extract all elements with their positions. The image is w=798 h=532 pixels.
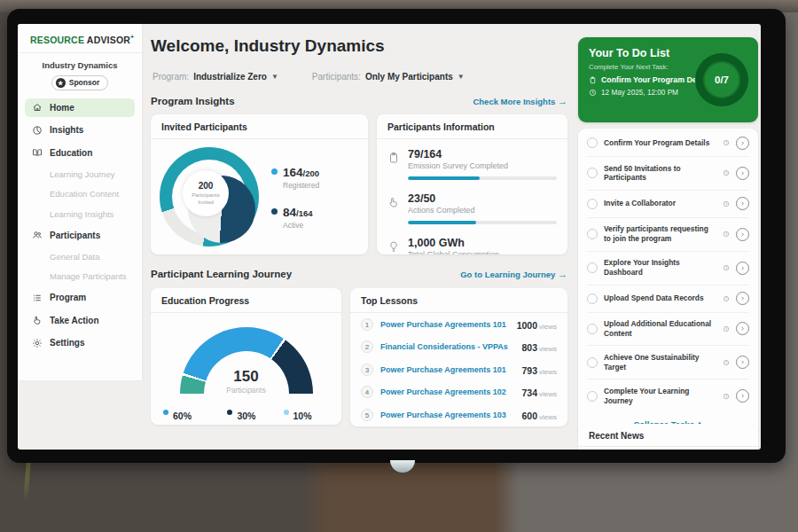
sidebar-item-general-data[interactable]: General Data <box>25 248 135 264</box>
task-checkbox[interactable] <box>587 357 598 368</box>
sidebar-item-education-content[interactable]: Education Content <box>25 186 135 202</box>
legend-dot <box>227 410 232 415</box>
donut-center-value: 200 <box>199 181 214 191</box>
home-icon <box>32 102 43 113</box>
card-title: Education Progress <box>151 288 341 313</box>
lesson-views: 803 <box>521 342 537 353</box>
lightbulb-icon <box>387 240 400 253</box>
plant-leaf <box>23 459 31 502</box>
clock-icon <box>723 169 730 176</box>
settings-icon <box>32 338 43 348</box>
task-row: Complete Your Learning Journey <box>587 379 749 412</box>
task-open-button[interactable] <box>736 167 749 180</box>
lesson-views: 793 <box>521 365 537 376</box>
lesson-link[interactable]: Power Purchase Agreements 101 <box>380 320 510 329</box>
sidebar-item-education[interactable]: Education <box>25 144 135 162</box>
task-label: Achieve One Sustainability Target <box>604 353 716 372</box>
go-to-learning-journey-link[interactable]: Go to Learning Journey → <box>460 269 567 279</box>
legend-value: 84 <box>283 206 296 219</box>
chevron-right-icon <box>739 231 746 238</box>
sidebar-item-take-action[interactable]: Take Action <box>25 311 135 330</box>
legend-pct: 10% <box>293 411 312 421</box>
task-open-button[interactable] <box>736 292 749 305</box>
task-label: Upload Spend Data Records <box>604 293 716 303</box>
task-label: Confirm Your Program Details <box>604 138 716 148</box>
task-open-button[interactable] <box>736 137 749 150</box>
program-icon <box>32 293 43 303</box>
task-label: Complete Your Learning Journey <box>604 387 716 406</box>
task-open-button[interactable] <box>736 262 749 275</box>
task-checkbox[interactable] <box>587 199 598 209</box>
lesson-views-label: views <box>539 323 557 331</box>
task-checkbox[interactable] <box>587 229 598 239</box>
todo-due-label: 12 May 2025, 12:00 PM <box>601 89 678 97</box>
info-value: 1,000 GWh <box>408 237 557 249</box>
lesson-rank: 3 <box>361 364 373 376</box>
sidebar-item-insights[interactable]: Insights <box>25 121 135 139</box>
progress-track <box>408 176 557 180</box>
link-label: Go to Learning Journey <box>460 270 555 279</box>
program-insights-header: Program Insights Check More Insights → <box>151 96 567 106</box>
section-title: Program Insights <box>151 96 235 106</box>
participants-filter[interactable]: Participants: Only My Participants ▼ <box>312 72 465 82</box>
task-checkbox[interactable] <box>587 293 598 304</box>
task-checkbox[interactable] <box>587 168 598 178</box>
info-row-actions: 23/50 Actions Completed <box>377 184 567 228</box>
sidebar-item-program[interactable]: Program <box>25 288 135 307</box>
task-open-button[interactable] <box>736 322 749 335</box>
task-row: Send 50 Invitations to Participants <box>587 157 749 191</box>
sidebar-item-learning-journey[interactable]: Learning Journey <box>25 166 135 182</box>
check-more-insights-link[interactable]: Check More Insights → <box>473 96 567 106</box>
sidebar-item-label: Settings <box>50 338 84 348</box>
sidebar-item-participants[interactable]: Participants <box>25 226 135 245</box>
legend-active: 84/164 Active <box>271 204 319 230</box>
lesson-link[interactable]: Power Purchase Agreements 102 <box>380 387 514 396</box>
lesson-rank: 4 <box>361 386 373 398</box>
donut-legend: 164/200 Registered 84/164 Active <box>271 164 319 230</box>
task-row: Invite a Collaborator <box>587 191 749 218</box>
progress-fill <box>408 221 476 224</box>
task-checkbox[interactable] <box>587 391 598 402</box>
program-filter[interactable]: Program: Industrialize Zero ▼ <box>153 72 278 82</box>
org-name: Industry Dynamics <box>18 60 142 70</box>
lesson-rank: 1 <box>361 318 373 331</box>
brand-plus: + <box>130 34 134 40</box>
legend-pct: 30% <box>237 411 255 421</box>
clipboard-icon <box>387 152 400 164</box>
sidebar-item-home[interactable]: Home <box>25 98 135 117</box>
sidebar-item-learning-insights[interactable]: Learning Insights <box>25 206 135 222</box>
task-open-button[interactable] <box>736 356 749 369</box>
legend-value: 164 <box>283 166 303 179</box>
legend-total: /164 <box>296 208 313 218</box>
task-checkbox[interactable] <box>587 324 598 334</box>
legend-dot <box>284 410 289 415</box>
clock-icon <box>723 359 730 366</box>
legend-dot <box>163 410 168 415</box>
monitor-bezel: RESOURCE ADVISOR+ Industry Dynamics ★ Sp… <box>7 9 786 463</box>
task-open-button[interactable] <box>736 228 749 241</box>
legend-dot <box>271 208 278 215</box>
donut-center-label: Participants Invited <box>187 192 224 207</box>
card-title: Participants Information <box>377 114 567 139</box>
lesson-rank: 5 <box>361 409 373 421</box>
task-open-button[interactable] <box>736 197 749 210</box>
task-checkbox[interactable] <box>587 262 598 273</box>
lesson-link[interactable]: Financial Considerations - VPPAs <box>380 342 514 351</box>
info-label: Total Global Consumption <box>408 250 557 254</box>
info-row-survey: 79/164 Emission Survey Completed <box>377 139 567 184</box>
invited-donut-chart: 200 Participants Invited <box>160 147 259 246</box>
filter-bar: Program: Industrialize Zero ▼ Participan… <box>153 72 465 82</box>
clock-icon <box>589 89 597 97</box>
task-open-button[interactable] <box>736 389 749 403</box>
sidebar-item-settings[interactable]: Settings <box>25 333 135 352</box>
task-checkbox[interactable] <box>587 137 598 148</box>
clock-icon <box>723 295 730 302</box>
lesson-views-label: views <box>539 390 557 398</box>
sidebar-item-label: Program <box>50 293 86 302</box>
sidebar-item-label: Participants <box>50 231 100 240</box>
lesson-link[interactable]: Power Purchase Agreements 103 <box>380 411 514 419</box>
clock-icon <box>723 200 730 207</box>
sidebar-item-manage-participants[interactable]: Manage Participants <box>25 269 135 285</box>
lesson-link[interactable]: Power Purchase Agreements 101 <box>380 365 514 374</box>
info-value: 23/50 <box>408 192 557 205</box>
